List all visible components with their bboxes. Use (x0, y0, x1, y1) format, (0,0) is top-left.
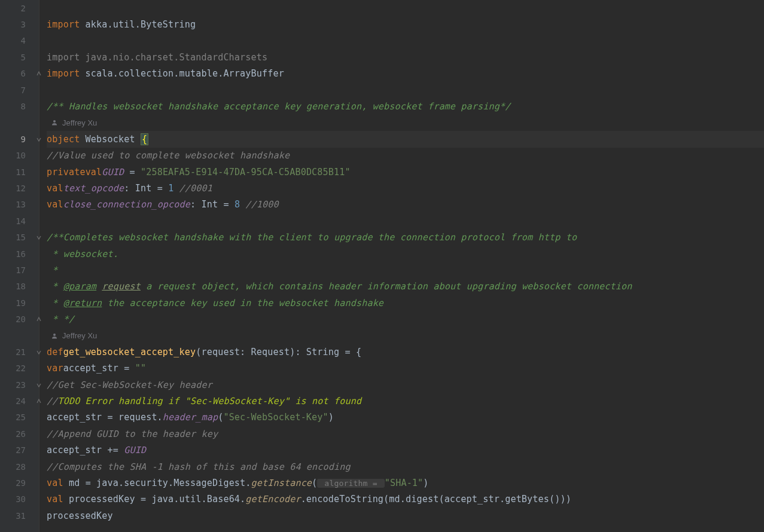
author-name: Jeffrey Xu (62, 118, 97, 127)
code-line[interactable]: import scala.collection.mutable.ArrayBuf… (47, 66, 764, 82)
code-area[interactable]: import akka.util.ByteString import java.… (39, 0, 764, 532)
doc-comment (96, 281, 102, 292)
code-line[interactable]: def get_websocket_accept_key(request: Re… (47, 344, 764, 360)
code-line[interactable]: * @param request a request object, which… (47, 279, 764, 295)
code-line[interactable]: /** Handles websocket handshake acceptan… (47, 98, 764, 114)
code-line[interactable]: import java.nio.charset.StandardCharsets (47, 49, 764, 65)
gutter-author-row (0, 328, 39, 344)
code-line[interactable] (47, 33, 764, 49)
line-number: 18 (16, 282, 26, 291)
author-inlay[interactable]: Jeffrey Xu (47, 328, 764, 344)
svg-point-1 (53, 334, 56, 336)
text: scala.collection.mutable.ArrayBuffer (80, 68, 284, 79)
text: = (118, 363, 135, 374)
string: "SHA-1" (385, 478, 424, 488)
code-line[interactable]: val processedKey = java.util.Base64.getE… (47, 491, 764, 507)
keyword-object: object (47, 134, 80, 145)
fold-open-icon[interactable] (35, 234, 42, 241)
gutter-row: 10 (0, 148, 39, 164)
code-line[interactable]: //Value used to complete websocket hands… (47, 148, 764, 164)
comment: //Get Sec-WebSocket-Key header (47, 380, 212, 390)
line-number: 12 (16, 184, 26, 193)
doc-param-name: request (102, 281, 141, 292)
gutter-row: 22 (0, 360, 39, 377)
code-line[interactable]: val close_connection_opcode: Int = 8 //1… (47, 197, 764, 213)
line-number: 19 (16, 298, 26, 308)
keyword-val: val (86, 167, 102, 178)
gutter-row: 5 (0, 49, 39, 65)
code-line[interactable]: import akka.util.ByteString (47, 16, 764, 32)
fold-close-icon[interactable] (35, 398, 42, 405)
line-number: 14 (16, 216, 26, 226)
string: "258EAFA5-E914-47DA-95CA-C5AB0DC85B11" (141, 167, 351, 178)
code-line[interactable]: * */ (47, 311, 764, 327)
author-inlay[interactable]: Jeffrey Xu (47, 115, 764, 131)
code-line[interactable]: private val GUID = "258EAFA5-E914-47DA-9… (47, 164, 764, 180)
code-line[interactable]: var accept_str = "" (47, 360, 764, 377)
field: close_connection_opcode (63, 199, 190, 210)
keyword-def: def (47, 347, 63, 357)
doc-comment: * */ (47, 314, 74, 325)
keyword-val: val (47, 183, 63, 194)
text: java.nio.charset.StandardCharsets (80, 52, 267, 63)
code-line[interactable]: val md = java.security.MessageDigest.get… (47, 475, 764, 491)
doc-comment: the acceptance key used in the websocket… (102, 298, 383, 308)
text: = (218, 199, 235, 210)
gutter-author-row (0, 115, 39, 131)
gutter-row: 11 (0, 164, 39, 180)
gutter-row: 30 (0, 491, 39, 507)
field: GUID (124, 445, 146, 455)
comment: //Append GUID to the header key (47, 429, 218, 439)
todo-comment: TODO Error handling if "Sec-WebSocket-Ke… (57, 396, 361, 406)
line-number: 24 (16, 396, 26, 406)
code-line[interactable]: * websocket. (47, 246, 764, 262)
keyword-import-unused: import (47, 52, 80, 63)
code-line[interactable]: * @return the acceptance key used in the… (47, 295, 764, 311)
fold-open-icon[interactable] (35, 381, 42, 389)
text: = (151, 183, 168, 194)
fold-close-icon[interactable] (35, 316, 42, 323)
text: ( (312, 478, 317, 488)
string: "Sec-WebSocket-Key" (223, 412, 328, 423)
code-line[interactable]: //TODO Error handling if "Sec-WebSocket-… (47, 393, 764, 409)
code-editor[interactable]: 2 3 4 5 6 7 8 9 10 11 12 13 14 15 16 17 … (0, 0, 764, 532)
line-number: 16 (16, 249, 26, 259)
code-line[interactable]: /**Completes websocket handshake with th… (47, 229, 764, 245)
code-line[interactable]: * (47, 262, 764, 278)
code-line[interactable]: //Computes the SHA -1 hash of this and b… (47, 458, 764, 475)
type: Int (201, 199, 218, 210)
code-line[interactable]: accept_str += GUID (47, 442, 764, 458)
doc-comment: * websocket. (47, 249, 118, 259)
static-call: getEncoder (245, 494, 300, 505)
code-line[interactable]: //Get Sec-WebSocket-Key header (47, 377, 764, 393)
line-number: 7 (21, 85, 26, 95)
fold-open-icon[interactable] (35, 348, 42, 356)
code-line[interactable]: accept_str = request.header_map("Sec-Web… (47, 409, 764, 426)
text: md = java.security.MessageDigest. (63, 478, 251, 488)
text: Websocket (80, 134, 141, 145)
gutter-row: 13 (0, 197, 39, 213)
code-line-current[interactable]: object Websocket { (47, 131, 764, 147)
field: header_map (163, 412, 218, 423)
fold-close-icon[interactable] (35, 70, 42, 77)
text: : (190, 199, 201, 210)
line-number: 13 (16, 200, 26, 209)
keyword-val: val (47, 494, 63, 505)
code-line[interactable]: //Append GUID to the header key (47, 426, 764, 442)
code-line[interactable]: val text_opcode: Int = 1 //0001 (47, 180, 764, 196)
gutter-row: 20 (0, 311, 39, 327)
line-number: 17 (16, 265, 26, 275)
gutter-row: 19 (0, 295, 39, 311)
code-line[interactable]: processedKey (47, 507, 764, 524)
comment: //Computes the SHA -1 hash of this and b… (47, 461, 351, 472)
fold-open-icon[interactable] (35, 136, 42, 143)
gutter-row: 24 (0, 393, 39, 409)
text: : (124, 183, 135, 194)
identifier: accept_str (63, 363, 118, 374)
code-line[interactable] (47, 213, 764, 229)
code-line[interactable] (47, 82, 764, 98)
author-name: Jeffrey Xu (62, 331, 97, 340)
code-line[interactable] (47, 0, 764, 16)
line-number: 30 (16, 494, 26, 504)
text: processedKey = java.util.Base64. (63, 494, 246, 505)
